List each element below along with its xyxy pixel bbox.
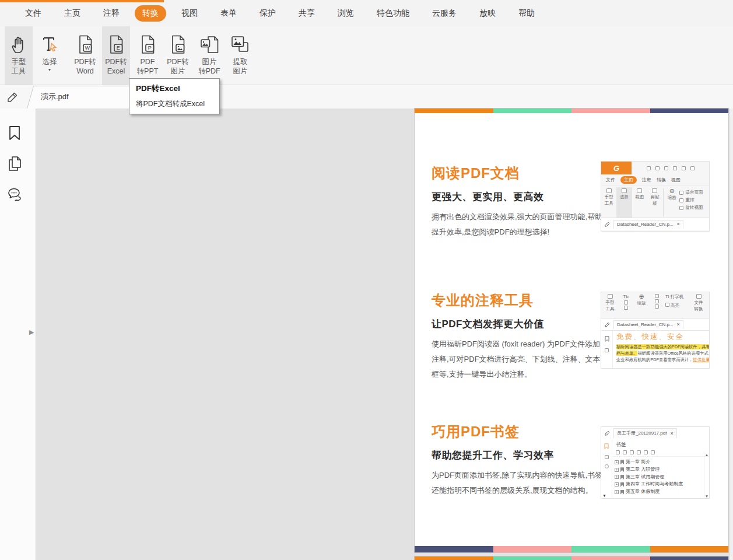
tooltip-pdf-to-excel: PDF转Excel 将PDF文档转成Excel	[129, 78, 220, 114]
mini-close-icon: ×	[677, 322, 680, 327]
mini-highlight-icon	[665, 303, 669, 307]
menu-tab-convert[interactable]: 转换	[135, 5, 166, 22]
mini-doc-heading: 免费、快速、安全	[616, 332, 707, 342]
section-subtitle: 让PDF文档发挥更大价值	[432, 317, 603, 331]
mini-bookmark-item: +第一章 简介	[615, 459, 709, 466]
mini-label: 转换	[695, 306, 703, 312]
mini-panel-toolbar	[612, 450, 709, 457]
section-subtitle: 更强大、更实用、更高效	[432, 190, 603, 204]
menu-bar: 文件 主页 注释 转换 视图 表单 保护 共享 浏览 特色功能 云服务 放映 帮…	[0, 0, 733, 26]
mini-comment-icon	[605, 464, 609, 468]
mini-hand-tool: 手型 工具	[602, 294, 618, 318]
menu-tab-features[interactable]: 特色功能	[377, 8, 409, 19]
mini-bookmark-icon	[604, 335, 610, 342]
mini-select-icon	[622, 188, 627, 193]
image-to-pdf-icon	[199, 32, 220, 57]
mini-option: 重排	[679, 197, 709, 203]
mini-doc-body: 免费、快速、安全 福昕阅读器是一款功能强大的PDF阅读软件，具有 档与表单。福昕…	[601, 330, 709, 369]
text-select-icon	[41, 32, 58, 57]
mini-scroll-up-icon: ▲	[704, 453, 709, 457]
mini-fit-icon	[655, 294, 659, 298]
file-tab[interactable]: 演示.pdf	[27, 86, 129, 108]
mini-label: 板	[653, 201, 657, 206]
panel-expand-arrow[interactable]: ▶	[29, 328, 34, 336]
pdf-to-excel-icon: E	[107, 32, 126, 57]
tool-label: 图片	[202, 57, 217, 66]
image-to-pdf-button[interactable]: 图片 转PDF	[195, 26, 223, 85]
pdf-to-word-button[interactable]: W PDF转 Word	[71, 26, 99, 85]
mini-select-tool: 选择	[616, 187, 632, 218]
mini-tab-bar: Datasheet_Reader_CN.p... ×	[601, 218, 709, 230]
page-bottom-color-bar	[415, 546, 728, 552]
mini-quick-icons	[632, 166, 709, 170]
mini-doc-icon	[696, 294, 702, 299]
bookmarks-panel-icon[interactable]	[7, 125, 22, 144]
mini-next-bookmark-icon	[630, 450, 634, 454]
mini-mail-icon	[673, 166, 677, 170]
section-title: 巧用PDF书签	[432, 422, 603, 441]
extract-image-icon	[230, 32, 251, 57]
mini-file-tab-label: Datasheet_Reader_CN.p...	[617, 222, 674, 227]
pdf-page-next	[414, 556, 729, 560]
mini-file-tab: Datasheet_Reader_CN.p... ×	[613, 320, 683, 329]
section-body: 使用福昕PDF阅读器 (foxit reader) 为PDF文件添加注释,可对P…	[432, 337, 603, 382]
mini-bookmark-item: +第五章 休假制度	[615, 488, 709, 496]
menu-tab-view[interactable]: 视图	[181, 8, 198, 19]
menu-tab-home[interactable]: 主页	[64, 8, 80, 19]
menu-tab-file[interactable]: 文件	[25, 8, 41, 19]
pdf-to-image-button[interactable]: PDF转 图片	[164, 26, 192, 85]
pdf-to-image-icon	[169, 32, 188, 57]
menu-tab-form[interactable]: 表单	[220, 8, 237, 19]
select-tool-button[interactable]: 选择 ▼	[36, 26, 64, 85]
hand-tool-button[interactable]: 手型 工具	[5, 26, 33, 85]
extract-image-button[interactable]: 提取 图片	[226, 26, 254, 85]
pdf-to-ppt-button[interactable]: P PDF 转PPT	[134, 26, 162, 85]
mini-left-rail	[601, 331, 613, 369]
tool-label: 图片	[233, 66, 248, 76]
comments-panel-icon[interactable]	[7, 187, 23, 205]
edit-pencil-icon[interactable]	[6, 90, 19, 106]
vertical-scrollbar[interactable]	[729, 108, 733, 560]
mini-prev-bookmark-icon	[637, 450, 641, 454]
menu-tab-present[interactable]: 放映	[479, 8, 496, 19]
tool-label: 图片	[171, 66, 185, 76]
mini-option: 旋转视图	[679, 205, 709, 211]
mini-label: 手型	[606, 300, 615, 305]
mini-toolbar: 手型 工具 选择 截图 剪贴 板 ⊕ 缩放 适合页面	[601, 185, 709, 218]
pdf-to-word-icon: W	[76, 32, 95, 57]
menu-tab-help[interactable]: 帮助	[518, 8, 535, 19]
pdf-page: 阅读PDF文档 更强大、更实用、更高效 拥有出色的文档渲染效果,强大的页面管理功…	[414, 108, 729, 553]
mini-label: 文件	[695, 300, 703, 305]
mini-label: 截图	[635, 194, 644, 200]
tool-label: Excel	[107, 66, 125, 76]
svg-text:P: P	[148, 45, 151, 51]
mini-bookmark-item: +第三章 试用期管理	[615, 474, 709, 481]
mini-reflow-icon	[655, 299, 659, 303]
menu-tabs: 文件 主页 注释 转换 视图 表单 保护 共享 浏览 特色功能 云服务 放映 帮…	[25, 5, 535, 22]
mini-highlight: 高亮	[665, 303, 679, 308]
mini-menu-file: 文件	[606, 177, 615, 183]
mini-label: 工具	[606, 306, 615, 312]
mini-zoom-icon: ⊕	[669, 188, 675, 194]
pages-panel-icon[interactable]	[7, 155, 23, 174]
tool-label: PDF转	[167, 57, 189, 66]
mini-file-tab: 员工手册_20120917.pdf ×	[613, 428, 677, 438]
accent-bar	[0, 0, 164, 2]
menu-tab-protect[interactable]: 保护	[259, 8, 276, 19]
mini-bookmark-item: +第四章 工作时间与考勤制度	[615, 481, 709, 488]
svg-text:W: W	[85, 45, 90, 51]
menu-tab-comment[interactable]: 注释	[103, 8, 120, 19]
menu-tab-share[interactable]: 共享	[299, 8, 315, 19]
menu-tab-cloud[interactable]: 云服务	[432, 8, 457, 19]
tool-label: PDF	[141, 57, 155, 66]
mini-zoom-icon: ⊕	[639, 294, 644, 299]
mini-tab-bar: Datasheet_Reader_CN.p... ×	[601, 318, 709, 330]
mini-clipboard-icon	[624, 306, 628, 310]
mini-convert-tool: 文件 转换	[690, 294, 707, 318]
mini-file-tab-label: 员工手册_20120917.pdf	[617, 430, 667, 436]
pdf-to-excel-button[interactable]: E PDF转 Excel	[102, 26, 130, 85]
section-bookmarks: 巧用PDF书签 帮助您提升工作、学习效率 为PDF页面添加书签,除了实现内容的快…	[432, 422, 603, 498]
menu-tab-browse[interactable]: 浏览	[338, 8, 354, 19]
mini-pageview-stack	[651, 294, 662, 318]
file-tab-label: 演示.pdf	[27, 86, 129, 108]
